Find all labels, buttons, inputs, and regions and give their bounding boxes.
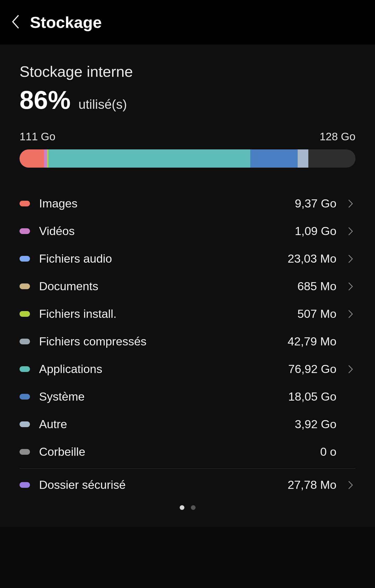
used-amount: 111 Go: [20, 130, 55, 143]
page-dot-inactive: [191, 505, 196, 510]
category-color-pill: [20, 256, 30, 262]
category-label: Système: [39, 390, 275, 403]
chevron-right-icon: [346, 480, 355, 490]
category-color-pill: [20, 228, 30, 234]
category-label: Fichiers audio: [39, 252, 275, 265]
category-size: 507 Mo: [284, 307, 336, 321]
total-amount: 128 Go: [320, 130, 355, 143]
usage-label: utilisé(s): [78, 97, 127, 112]
category-label: Corbeille: [39, 445, 275, 459]
page-title: Stockage: [30, 13, 102, 31]
page-dot-active: [180, 505, 184, 510]
category-size: 23,03 Mo: [284, 252, 336, 265]
section-title: Stockage interne: [20, 63, 355, 80]
category-label: Applications: [39, 362, 275, 376]
category-label: Documents: [39, 280, 275, 293]
storage-bar-segment: [48, 149, 250, 168]
category-separator: [20, 468, 355, 469]
usage-percent: 86%: [20, 85, 71, 115]
storage-bar-segment: [250, 149, 298, 168]
storage-categories: Images9,37 GoVidéos1,09 GoFichiers audio…: [20, 190, 355, 466]
storage-category-row[interactable]: Fichiers audio23,03 Mo: [20, 245, 355, 273]
category-color-pill: [20, 449, 30, 455]
storage-category-row[interactable]: Documents685 Mo: [20, 273, 355, 300]
category-color-pill: [20, 283, 30, 289]
page-indicator[interactable]: [20, 499, 355, 516]
chevron-right-icon: [346, 309, 355, 319]
back-icon[interactable]: [10, 15, 21, 30]
chevron-right-icon: [346, 282, 355, 291]
category-size: 76,92 Go: [284, 362, 336, 376]
category-size: 685 Mo: [284, 280, 336, 293]
storage-category-row[interactable]: Images9,37 Go: [20, 190, 355, 217]
storage-category-row: Corbeille0 o: [20, 438, 355, 466]
category-color-pill: [20, 311, 30, 317]
category-label: Autre: [39, 418, 275, 431]
storage-bar-labels: 111 Go 128 Go: [20, 130, 355, 143]
category-size: 1,09 Go: [284, 224, 336, 238]
category-size: 3,92 Go: [284, 418, 336, 431]
storage-category-row[interactable]: Fichiers install.507 Mo: [20, 300, 355, 328]
category-label: Vidéos: [39, 224, 275, 238]
storage-bar-segment: [20, 149, 44, 168]
category-label: Fichiers install.: [39, 307, 275, 321]
storage-bar-segment: [44, 149, 47, 168]
storage-category-row[interactable]: Dossier sécurisé27,78 Mo: [20, 471, 355, 499]
category-size: 0 o: [284, 445, 336, 459]
chevron-right-icon: [346, 254, 355, 263]
storage-content: Stockage interne 86% utilisé(s) 111 Go 1…: [0, 45, 375, 527]
storage-bar: [20, 149, 355, 168]
category-size: 27,78 Mo: [284, 478, 336, 492]
category-size: 18,05 Go: [284, 390, 336, 403]
chevron-right-icon: [346, 199, 355, 208]
storage-bar-segment: [298, 149, 308, 168]
category-size: 42,79 Mo: [284, 335, 336, 348]
chevron-right-icon: [346, 227, 355, 236]
storage-extra-categories: Dossier sécurisé27,78 Mo: [20, 471, 355, 499]
category-label: Dossier sécurisé: [39, 478, 275, 492]
category-color-pill: [20, 421, 30, 427]
category-size: 9,37 Go: [284, 197, 336, 210]
storage-category-row[interactable]: Applications76,92 Go: [20, 355, 355, 383]
category-label: Fichiers compressés: [39, 335, 275, 348]
app-header: Stockage: [0, 0, 375, 45]
usage-summary: 86% utilisé(s): [20, 85, 355, 115]
category-label: Images: [39, 197, 275, 210]
category-color-pill: [20, 482, 30, 488]
category-color-pill: [20, 339, 30, 344]
category-color-pill: [20, 201, 30, 206]
chevron-right-icon: [346, 365, 355, 374]
storage-category-row: Autre3,92 Go: [20, 410, 355, 438]
storage-category-row: Système18,05 Go: [20, 383, 355, 410]
category-color-pill: [20, 366, 30, 372]
storage-category-row: Fichiers compressés42,79 Mo: [20, 328, 355, 355]
category-color-pill: [20, 394, 30, 400]
storage-category-row[interactable]: Vidéos1,09 Go: [20, 217, 355, 245]
